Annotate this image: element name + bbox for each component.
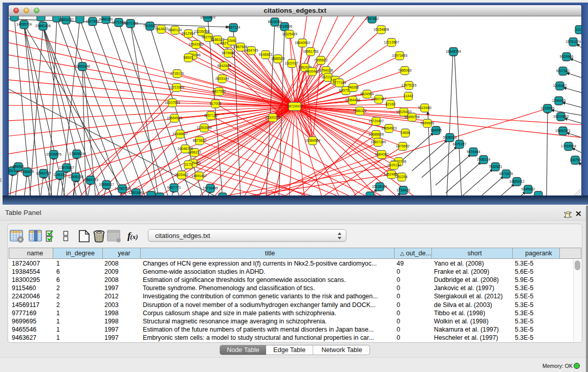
svg-text:17016504: 17016504: [561, 144, 576, 148]
svg-text:9457771: 9457771: [167, 186, 181, 189]
svg-text:3267130: 3267130: [204, 114, 218, 117]
svg-text:15716485: 15716485: [203, 186, 218, 190]
svg-text:1112: 1112: [576, 28, 581, 31]
svg-text:9227342: 9227342: [556, 69, 570, 73]
svg-text:16640910: 16640910: [295, 41, 310, 45]
svg-text:2935114: 2935114: [477, 158, 490, 161]
svg-text:10807487: 10807487: [371, 97, 386, 101]
svg-text:12942737: 12942737: [36, 171, 51, 175]
svg-text:20364436: 20364436: [345, 98, 360, 102]
svg-text:3875685: 3875685: [222, 51, 235, 55]
svg-text:1527602: 1527602: [86, 19, 100, 23]
svg-text:13975867: 13975867: [59, 166, 74, 169]
svg-text:14691447: 14691447: [191, 174, 207, 178]
svg-text:5938923: 5938923: [443, 136, 457, 139]
svg-text:746266: 746266: [347, 85, 359, 89]
svg-text:8454749: 8454749: [245, 49, 258, 52]
svg-text:3824554: 3824554: [360, 92, 374, 96]
svg-text:10688609: 10688609: [368, 133, 384, 136]
svg-text:9900448: 9900448: [306, 70, 319, 73]
svg-text:1209387: 1209387: [553, 84, 567, 87]
svg-text:16033809: 16033809: [200, 16, 215, 19]
svg-text:7986322: 7986322: [353, 109, 367, 113]
svg-text:7357224: 7357224: [227, 26, 241, 29]
svg-text:8186328: 8186328: [211, 38, 225, 41]
svg-text:6794028: 6794028: [319, 69, 333, 72]
svg-text:18724007: 18724007: [287, 104, 302, 108]
svg-text:6479197: 6479197: [453, 142, 467, 146]
svg-text:10958117: 10958117: [99, 183, 114, 186]
svg-text:8427552: 8427552: [212, 90, 226, 93]
svg-text:18807249: 18807249: [371, 140, 386, 144]
svg-text:9245652: 9245652: [521, 187, 535, 191]
svg-text:14055724: 14055724: [16, 23, 32, 26]
svg-text:19166827: 19166827: [172, 132, 188, 136]
svg-text:1322037: 1322037: [285, 61, 299, 65]
svg-text:19655: 19655: [401, 131, 410, 135]
svg-text:1733426: 1733426: [397, 188, 410, 192]
svg-text:16671355: 16671355: [123, 21, 138, 25]
svg-text:20206576: 20206576: [46, 152, 61, 156]
svg-text:16107553: 16107553: [165, 101, 180, 104]
svg-text:12975115: 12975115: [401, 83, 417, 87]
svg-text:7485063: 7485063: [398, 69, 412, 72]
svg-text:2867608: 2867608: [234, 45, 248, 49]
svg-text:1145194: 1145194: [53, 173, 67, 177]
svg-text:6466160: 6466160: [99, 17, 113, 21]
svg-text:17359924: 17359924: [69, 152, 84, 156]
svg-text:16154808: 16154808: [374, 28, 389, 31]
svg-text:10653287: 10653287: [58, 18, 74, 21]
svg-text:16782759: 16782759: [115, 187, 130, 190]
svg-text:917006: 917006: [210, 102, 222, 105]
svg-text:555061: 555061: [13, 165, 25, 168]
svg-text:10654112: 10654112: [509, 180, 525, 183]
svg-text:1546: 1546: [228, 39, 235, 42]
svg-text:12213369: 12213369: [169, 85, 184, 89]
svg-text:2087682: 2087682: [365, 17, 379, 20]
svg-text:3175: 3175: [184, 163, 192, 166]
svg-text:8813054: 8813054: [268, 20, 282, 24]
svg-text:7632621: 7632621: [489, 165, 503, 168]
svg-text:20891406: 20891406: [35, 24, 51, 28]
svg-text:12213967: 12213967: [384, 40, 399, 44]
svg-text:2718176: 2718176: [170, 72, 184, 75]
svg-text:16046786: 16046786: [178, 147, 193, 150]
svg-text:9699695: 9699695: [421, 121, 434, 125]
svg-text:15692971: 15692971: [555, 129, 571, 133]
svg-text:1875692: 1875692: [396, 144, 410, 148]
svg-text:16210643: 16210643: [553, 115, 569, 118]
svg-text:19218506: 19218506: [277, 25, 292, 28]
svg-text:11442: 11442: [404, 94, 413, 98]
svg-text:9115460: 9115460: [418, 106, 431, 110]
svg-text:16961758: 16961758: [303, 50, 318, 53]
svg-text:19654923: 19654923: [381, 126, 397, 130]
svg-text:8498222: 8498222: [188, 150, 202, 154]
svg-text:17957223: 17957223: [83, 178, 98, 182]
svg-text:7625402: 7625402: [175, 173, 189, 177]
svg-text:9242848: 9242848: [217, 64, 231, 68]
svg-text:9329966: 9329966: [560, 55, 574, 58]
svg-text:7955812: 7955812: [314, 58, 328, 62]
svg-text:7663822: 7663822: [155, 27, 168, 31]
svg-text:9684067: 9684067: [375, 152, 389, 156]
svg-text:9474444: 9474444: [467, 150, 481, 154]
svg-text:23053346: 23053346: [75, 64, 90, 68]
svg-text:15136141: 15136141: [372, 185, 387, 188]
svg-text:1588520: 1588520: [271, 57, 285, 60]
svg-text:8873832: 8873832: [193, 139, 207, 142]
svg-text:19654933: 19654933: [167, 116, 182, 120]
svg-text:98901: 98901: [184, 56, 193, 59]
svg-text:10973493: 10973493: [392, 54, 407, 57]
svg-text:18495758: 18495758: [404, 115, 420, 119]
svg-text:12505135: 12505135: [68, 175, 83, 179]
svg-text:1244415: 1244415: [552, 99, 566, 102]
svg-text:164095: 164095: [430, 128, 442, 132]
svg-text:3215955: 3215955: [541, 106, 555, 110]
svg-text:8912954: 8912954: [182, 32, 195, 35]
svg-text:15751074: 15751074: [565, 40, 581, 43]
svg-text:1156819: 1156819: [20, 170, 34, 173]
svg-text:15300275: 15300275: [265, 116, 280, 119]
svg-text:62160: 62160: [386, 102, 396, 106]
svg-text:8471676: 8471676: [499, 172, 513, 176]
svg-text:15720407: 15720407: [368, 119, 384, 123]
